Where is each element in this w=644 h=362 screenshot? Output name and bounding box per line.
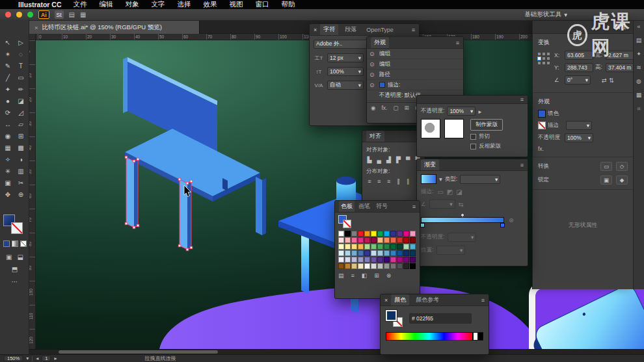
paintbrush-tool[interactable]: ✦ xyxy=(1,83,14,95)
distribute-button[interactable]: ≡ xyxy=(386,178,392,185)
stroke-style-icon[interactable]: ◪ xyxy=(456,188,462,196)
swatch[interactable] xyxy=(345,244,351,250)
tab-color-guide[interactable]: 颜色参考 xyxy=(412,294,442,305)
swatches-footer-icon[interactable]: ⊗ xyxy=(386,272,392,279)
ruler-origin[interactable] xyxy=(29,34,36,40)
swatch[interactable] xyxy=(410,244,416,250)
menu-item[interactable]: 窗口 xyxy=(256,0,269,9)
clip-checkbox[interactable] xyxy=(470,134,476,140)
swatch[interactable] xyxy=(384,263,390,269)
minimize-window-button[interactable] xyxy=(16,12,22,18)
swatch[interactable] xyxy=(338,237,344,243)
swatch[interactable] xyxy=(410,257,416,263)
fill-stroke-indicator[interactable] xyxy=(338,215,351,228)
titlebar-icon[interactable]: ▤ xyxy=(69,11,75,18)
opacity-field[interactable]: 100% ▾ xyxy=(447,107,476,116)
swatches-footer-icon[interactable]: ⊞ xyxy=(374,272,379,279)
swatches-footer-icon[interactable]: ▤ xyxy=(338,272,344,279)
swatch[interactable] xyxy=(358,244,364,250)
panel-menu-icon[interactable]: ≡ xyxy=(481,297,485,304)
dock-panel-icon[interactable]: ◍ xyxy=(636,78,641,84)
dock-panel-icon[interactable]: ≋ xyxy=(636,64,641,71)
tab-align[interactable]: 对齐 xyxy=(366,131,384,142)
swatch[interactable] xyxy=(364,237,370,243)
align-button[interactable]: ▄ xyxy=(376,157,382,163)
fill-swatch[interactable] xyxy=(538,110,546,118)
swatch[interactable] xyxy=(351,250,357,256)
gradient-type-select[interactable]: ▾ xyxy=(460,175,500,184)
swatch[interactable] xyxy=(351,244,357,250)
kerning-field[interactable]: 自动 ▾ xyxy=(327,81,364,90)
fx-button[interactable]: fx. xyxy=(538,146,544,152)
swatches-footer-icon[interactable]: ≡ xyxy=(351,272,355,279)
column-graph-tool[interactable]: ▥ xyxy=(14,165,27,177)
swatches-footer-icon[interactable]: ◧ xyxy=(362,272,368,279)
stroke-color-swatch[interactable] xyxy=(11,222,23,234)
swatch[interactable] xyxy=(403,231,409,237)
next-artboard-icon[interactable]: ▸ xyxy=(54,356,57,361)
eye-icon[interactable]: ⊙ xyxy=(369,82,377,88)
swatch[interactable] xyxy=(403,263,409,269)
swatch[interactable] xyxy=(364,263,370,269)
swatch[interactable] xyxy=(377,237,383,243)
hex-field[interactable]: # 022f65 xyxy=(409,313,472,324)
stroke-style-icon[interactable]: ◩ xyxy=(447,188,453,196)
gradient-thumbnail[interactable] xyxy=(421,174,436,184)
swatch[interactable] xyxy=(410,263,416,269)
gradient-midpoint[interactable] xyxy=(460,213,465,218)
swatch[interactable] xyxy=(390,250,396,256)
line-segment-tool[interactable]: ╱ xyxy=(1,71,14,83)
object-thumbnail[interactable] xyxy=(421,119,440,138)
stop-location-field[interactable]: ▾ xyxy=(436,246,465,255)
chevron-down-icon[interactable]: ▾ xyxy=(439,175,442,183)
swatch[interactable] xyxy=(371,250,377,256)
gradient-tool[interactable]: ▩ xyxy=(14,142,27,153)
gradient-stop-start[interactable] xyxy=(420,223,425,227)
width-tool[interactable]: ↔ xyxy=(1,118,14,130)
panel-menu-icon[interactable]: ≡ xyxy=(412,27,415,33)
swatch[interactable] xyxy=(345,257,351,263)
appearance-row[interactable]: ⊙ 编组 xyxy=(367,59,463,70)
none-button[interactable] xyxy=(20,240,27,247)
stroke-style-icon[interactable]: ▭ xyxy=(437,188,443,196)
panel-menu-icon[interactable]: ≡ xyxy=(456,40,459,46)
hand-tool[interactable]: ✥ xyxy=(1,188,14,200)
tab-opentype[interactable]: OpenType xyxy=(363,25,397,34)
tab-brushes[interactable]: 画笔 xyxy=(356,201,372,212)
swatch[interactable] xyxy=(351,237,357,243)
menu-item[interactable]: 文件 xyxy=(74,0,87,9)
shape-builder-tool[interactable]: ◉ xyxy=(1,130,14,142)
swatch[interactable] xyxy=(345,250,351,256)
swatch[interactable] xyxy=(358,263,364,269)
more-icon[interactable]: ⋯ xyxy=(12,278,18,285)
lock-button[interactable]: ◆ xyxy=(616,175,628,185)
align-button[interactable]: ▀ xyxy=(405,157,411,163)
swatch[interactable] xyxy=(397,257,403,263)
swatch[interactable] xyxy=(371,263,377,269)
menu-item[interactable]: 视图 xyxy=(230,0,243,9)
close-window-button[interactable] xyxy=(5,12,11,18)
dock-panel-icon[interactable]: ▤ xyxy=(636,37,642,44)
pencil-tool[interactable]: ✏ xyxy=(14,83,27,95)
make-mask-button[interactable]: 制作蒙版 xyxy=(470,119,503,131)
distribute-button[interactable]: ≡ xyxy=(366,178,373,185)
convert-button[interactable]: ▭ xyxy=(600,162,612,171)
direct-selection-tool[interactable]: ▷ xyxy=(14,36,27,48)
tab-properties[interactable]: 属性 xyxy=(614,23,626,31)
panel-menu-icon[interactable]: ≡ xyxy=(520,162,524,168)
expand-panels-icon[interactable]: « xyxy=(637,23,640,30)
swatch[interactable] xyxy=(371,257,377,263)
tab-symbols[interactable]: 符号 xyxy=(374,201,390,212)
gradient-angle-field[interactable]: ▾ xyxy=(429,200,455,209)
swatch[interactable] xyxy=(364,231,370,237)
dock-panel-icon[interactable]: ✦ xyxy=(636,51,641,57)
screen-mode-icon[interactable]: ⬒ xyxy=(12,266,18,273)
tab-paragraph[interactable]: 段落 xyxy=(342,24,360,35)
swatch[interactable] xyxy=(358,257,364,263)
swatch[interactable] xyxy=(364,250,370,256)
stop-opacity-field[interactable]: ▾ xyxy=(448,233,476,242)
convert-button[interactable]: ◇ xyxy=(616,162,628,171)
align-button[interactable]: ▟ xyxy=(386,157,392,163)
artboard-tool[interactable]: ▣ xyxy=(1,177,14,188)
swatch[interactable] xyxy=(397,237,403,243)
